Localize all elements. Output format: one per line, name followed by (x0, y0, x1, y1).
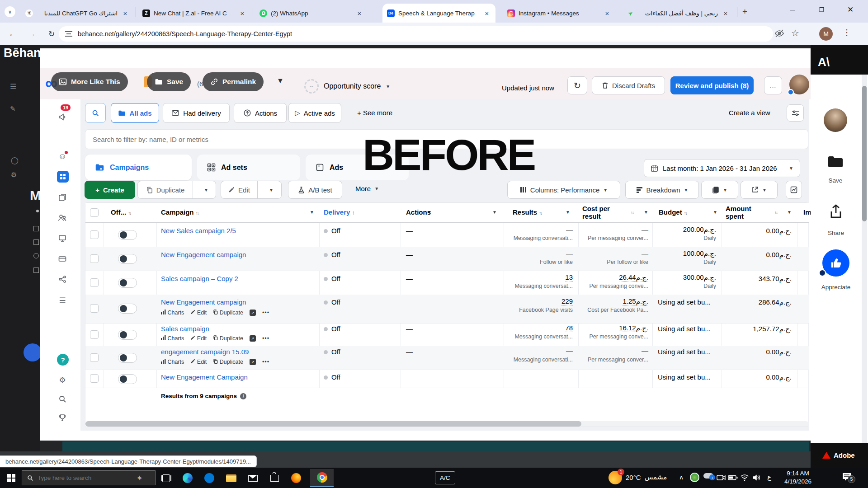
reports-button[interactable]: ▼ (701, 181, 738, 199)
edit-dropdown-icon[interactable]: ▼ (261, 188, 281, 192)
create-a-view[interactable]: Create a view (729, 109, 770, 117)
browser-tab-wathefty[interactable]: ➤ ربحي | وظف أفضل الكفاءات × (622, 4, 734, 23)
cost-filter-icon[interactable]: ▼ (644, 210, 648, 215)
advertise-board-icon[interactable] (57, 233, 68, 244)
open-in-icon[interactable]: ↗ (250, 359, 256, 365)
account-quality-smiley-icon[interactable]: ☺ (57, 151, 68, 162)
weather-temp[interactable]: 20°C (626, 474, 641, 481)
discard-drafts-button[interactable]: Discard Drafts (592, 76, 665, 94)
campaign-toggle[interactable] (118, 353, 137, 363)
see-more-filters[interactable]: + See more (357, 109, 392, 117)
bookmark-star-icon[interactable]: ☆ (791, 28, 799, 38)
campaign-toggle[interactable] (118, 278, 137, 288)
row-more-icon[interactable]: ••• (262, 310, 269, 316)
campaign-toggle[interactable] (118, 374, 137, 384)
results-filter-icon[interactable]: ▼ (566, 210, 570, 215)
table-row[interactable]: New Engagement campaign Off — —Follow or… (85, 247, 809, 271)
table-row[interactable]: New Engagement campaign Charts Edit Dupl… (85, 295, 809, 323)
clock[interactable]: 9:14 AM 4/19/2026 (780, 469, 816, 486)
forward-icon[interactable]: → (25, 28, 38, 40)
campaign-toggle[interactable] (118, 254, 137, 264)
help-icon[interactable]: ? (57, 354, 69, 366)
eye-off-icon[interactable] (774, 28, 785, 39)
table-search-input[interactable] (93, 136, 364, 143)
row-hover-actions[interactable]: Charts Edit Duplicate ↗ ••• (161, 359, 269, 365)
window-maximize-button[interactable]: ❐ (811, 0, 832, 19)
ads-reporting-icon[interactable] (57, 192, 68, 203)
search-filter-button[interactable] (85, 103, 106, 123)
duplicate-dropdown-icon[interactable]: ▼ (197, 188, 216, 192)
reload-icon[interactable]: ↻ (45, 28, 58, 40)
charts-action[interactable]: Charts (161, 310, 184, 316)
campaign-name-link[interactable]: Sales campaign (161, 325, 209, 333)
optimizations-trophy-icon[interactable] (57, 413, 68, 423)
campaign-name-link[interactable]: New Engagement Campaign (161, 373, 248, 381)
date-range-picker[interactable]: Last month: 1 Jan 2026 - 31 Jan 2026 ▼ (644, 159, 800, 177)
row-checkbox[interactable] (90, 304, 99, 313)
create-button[interactable]: +Create (85, 181, 135, 199)
export-button[interactable]: ▼ (741, 181, 778, 199)
campaign-name-link[interactable]: engagement campaign 15.09 (161, 348, 249, 356)
edit-action[interactable]: Edit (190, 335, 207, 342)
table-row[interactable]: Sales campaign Charts Edit Duplicate ↗ •… (85, 323, 809, 346)
save-project-button[interactable] (827, 155, 844, 169)
campaigns-nav-icon[interactable] (57, 171, 69, 183)
volume-tray-icon[interactable] (750, 471, 763, 484)
task-view-button[interactable] (159, 471, 173, 485)
col-campaign[interactable]: Campaign ↑↓ (161, 208, 198, 216)
ab-test-button[interactable]: A/B test (288, 181, 342, 199)
browser-tab-instagram[interactable]: Instagram • Messages × (503, 4, 616, 23)
appreciate-button[interactable] (822, 249, 849, 277)
charts-panel-button[interactable] (786, 181, 802, 199)
window-close-button[interactable]: ✕ (840, 0, 861, 19)
select-all-checkbox[interactable] (90, 208, 99, 217)
billing-card-icon[interactable] (57, 253, 68, 264)
weather-desc[interactable]: مشمس (645, 473, 667, 481)
campaign-toggle[interactable] (118, 304, 137, 314)
profile-avatar[interactable]: M (819, 27, 833, 41)
table-h-scrollbar[interactable] (85, 421, 809, 427)
row-checkbox[interactable] (90, 278, 99, 287)
language-indicator[interactable]: ع (767, 473, 771, 481)
breakdown-button[interactable]: Breakdown ▼ (625, 181, 699, 199)
info-icon[interactable]: i (240, 393, 246, 399)
tab-close-icon[interactable]: × (722, 9, 730, 17)
h-scrollbar-thumb[interactable] (85, 421, 581, 427)
campaign-filter-icon[interactable]: ▼ (310, 210, 314, 215)
share-button[interactable] (829, 204, 843, 220)
file-explorer-icon[interactable] (224, 471, 238, 485)
row-checkbox[interactable] (90, 353, 99, 362)
campaign-name-link[interactable]: New Engagement campaign (161, 298, 246, 306)
save-overlay-button[interactable]: Save (147, 72, 191, 91)
col-amount-spent[interactable]: Amountspent (726, 205, 751, 220)
row-hover-actions[interactable]: Charts Edit Duplicate ↗ ••• (161, 335, 269, 342)
events-manager-icon[interactable] (57, 274, 68, 285)
row-checkbox[interactable] (90, 330, 99, 339)
edit-action[interactable]: Edit (190, 359, 207, 365)
edit-button[interactable]: Edit (221, 181, 258, 198)
browser-tab-whatsapp[interactable]: (2) WhatsApp × (255, 4, 368, 23)
campaign-name-link[interactable]: Sales campaign – Copy 2 (161, 275, 238, 282)
cortana-icon[interactable] (203, 471, 216, 485)
table-row[interactable]: Sales campaign – Copy 2 Off — 13Messagin… (85, 271, 809, 295)
row-more-icon[interactable]: ••• (262, 359, 269, 365)
browser-tab-zai[interactable]: Z New Chat | Z.ai - Free AI C × (138, 4, 251, 23)
row-more-icon[interactable]: ••• (262, 335, 269, 342)
row-checkbox[interactable] (90, 254, 99, 263)
browser-tab-chatgpt[interactable]: ✳ اشتراك ChatGPT Go للميديا × (21, 4, 134, 23)
refresh-button[interactable]: ↻ (567, 76, 587, 94)
open-in-icon[interactable]: ↗ (250, 335, 256, 342)
permalink-button[interactable]: Permalink (203, 72, 264, 91)
tab-close-icon[interactable]: × (121, 9, 129, 17)
browser-scrollbar[interactable] (862, 75, 867, 443)
budget-filter-icon[interactable]: ▼ (713, 210, 717, 215)
open-in-icon[interactable]: ↗ (250, 310, 256, 316)
settings-gear-icon[interactable]: ⚙ (57, 375, 68, 385)
chrome-menu-icon[interactable]: ⋮ (843, 28, 851, 38)
duplicate-action[interactable]: Duplicate (213, 310, 243, 316)
col-actions[interactable]: Actions (406, 208, 431, 216)
start-button[interactable] (5, 471, 18, 485)
edit-action[interactable]: Edit (190, 310, 207, 316)
site-info-icon[interactable] (65, 31, 72, 37)
tab-close-icon[interactable]: × (238, 9, 246, 17)
